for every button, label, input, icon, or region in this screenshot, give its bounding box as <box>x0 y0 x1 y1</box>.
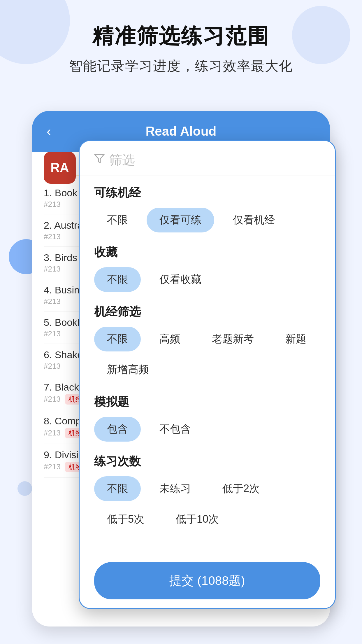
jijing-option-high-freq[interactable]: 高频 <box>147 327 193 351</box>
practice-option-less10[interactable]: 低于10次 <box>163 507 232 532</box>
kexun-options: 不限 仅看可练 仅看机经 <box>94 208 320 232</box>
phone-container: ‹ Read Aloud RA 已选题目 0 1. Book ch #213 2… <box>32 111 330 626</box>
practice-options: 不限 未练习 低于2次 低于5次 低于10次 <box>94 476 320 532</box>
mock-option-include[interactable]: 包含 <box>94 417 141 442</box>
practice-option-unlimited[interactable]: 不限 <box>94 476 141 501</box>
practice-option-less2[interactable]: 低于2次 <box>210 476 273 501</box>
kexun-option-unlimited[interactable]: 不限 <box>94 208 141 232</box>
section-title-kexun: 可练机经 <box>94 185 320 201</box>
kexun-option-only-kexun[interactable]: 仅看可练 <box>147 208 214 232</box>
kexun-option-only-jijing[interactable]: 仅看机经 <box>220 208 288 232</box>
filter-header: 筛选 <box>80 141 335 176</box>
practice-option-less5[interactable]: 低于5次 <box>94 507 157 532</box>
practice-option-unpracticed[interactable]: 未练习 <box>147 476 204 501</box>
page-title: 精准筛选练习范围 <box>23 23 339 48</box>
bg-decoration-circle-bottom <box>17 481 32 496</box>
mock-option-exclude[interactable]: 不包含 <box>147 417 204 442</box>
svg-marker-0 <box>95 155 104 163</box>
filter-section-kexun: 可练机经 不限 仅看可练 仅看机经 <box>94 185 320 232</box>
jijing-options: 不限 高频 老题新考 新题 新增高频 <box>94 327 320 382</box>
section-title-practice: 练习次数 <box>94 453 320 469</box>
mock-options: 包含 不包含 <box>94 417 320 442</box>
page-subtitle: 智能记录学习进度，练习效率最大化 <box>23 57 339 75</box>
collection-option-only-collected[interactable]: 仅看收藏 <box>147 267 214 292</box>
filter-section-collection: 收藏 不限 仅看收藏 <box>94 244 320 292</box>
section-title-mock: 模拟题 <box>94 394 320 410</box>
section-title-collection: 收藏 <box>94 244 320 260</box>
back-button[interactable]: ‹ <box>47 124 51 139</box>
submit-button[interactable]: 提交 (1088题) <box>94 562 320 599</box>
jijing-option-new[interactable]: 新题 <box>273 327 319 351</box>
ra-badge: RA <box>44 152 76 184</box>
jijing-option-unlimited[interactable]: 不限 <box>94 327 141 351</box>
filter-section-practice: 练习次数 不限 未练习 低于2次 低于5次 低于10次 <box>94 453 320 532</box>
filter-section-jijing: 机经筛选 不限 高频 老题新考 新题 新增高频 <box>94 304 320 382</box>
filter-footer: 提交 (1088题) <box>80 553 335 608</box>
filter-body: 可练机经 不限 仅看可练 仅看机经 收藏 不限 仅看收藏 机经筛选 不 <box>80 176 335 553</box>
jijing-option-old-new[interactable]: 老题新考 <box>199 327 267 351</box>
jijing-option-new-high-freq[interactable]: 新增高频 <box>94 357 162 382</box>
filter-icon <box>94 153 105 167</box>
filter-section-mock: 模拟题 包含 不包含 <box>94 394 320 442</box>
collection-options: 不限 仅看收藏 <box>94 267 320 292</box>
header-section: 精准筛选练习范围 智能记录学习进度，练习效率最大化 <box>0 23 362 75</box>
section-title-jijing: 机经筛选 <box>94 304 320 320</box>
collection-option-unlimited[interactable]: 不限 <box>94 267 141 292</box>
filter-modal: 筛选 可练机经 不限 仅看可练 仅看机经 收藏 不限 仅看收藏 <box>79 140 336 609</box>
screen-title: Read Aloud <box>146 124 217 139</box>
filter-title-label: 筛选 <box>109 151 135 169</box>
